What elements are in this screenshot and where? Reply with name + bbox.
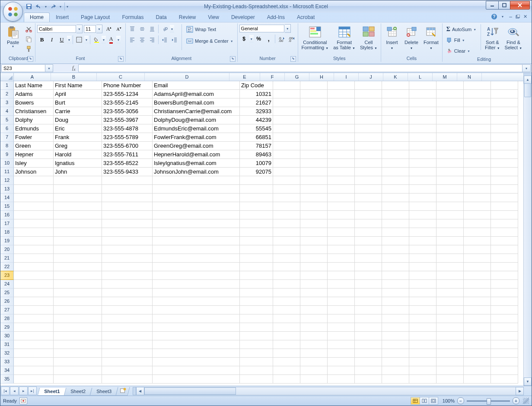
cell[interactable] (273, 254, 300, 263)
cell[interactable] (300, 228, 328, 237)
cell[interactable] (491, 150, 518, 159)
cell[interactable] (436, 289, 464, 297)
cell[interactable] (14, 323, 54, 332)
cell[interactable] (464, 254, 491, 263)
tab-insert[interactable]: Insert (50, 13, 75, 22)
cell[interactable]: John (54, 168, 102, 176)
cell[interactable]: Carrie (54, 107, 102, 116)
scroll-up-button[interactable]: ▲ (524, 76, 532, 84)
maximize-button[interactable] (498, 1, 510, 10)
merge-center-button[interactable]: aMerge & Center▼ (184, 36, 236, 46)
cell[interactable] (382, 366, 409, 375)
cell[interactable] (491, 116, 518, 124)
cell[interactable] (355, 366, 382, 375)
cell[interactable] (436, 98, 464, 107)
cell[interactable] (436, 358, 464, 366)
tab-data[interactable]: Data (150, 13, 172, 22)
cell[interactable] (102, 263, 153, 271)
cell[interactable] (491, 202, 518, 211)
cell[interactable] (409, 168, 436, 176)
cell[interactable]: Dolphy (14, 116, 54, 124)
borders-button[interactable] (74, 35, 84, 44)
macro-record-icon[interactable] (19, 397, 27, 404)
cell[interactable] (355, 263, 382, 271)
cell[interactable]: Zip Code (240, 81, 273, 90)
cell[interactable] (328, 340, 355, 349)
cell[interactable] (409, 254, 436, 263)
cell[interactable] (491, 263, 518, 271)
cell[interactable] (355, 142, 382, 150)
cell[interactable] (14, 314, 54, 323)
cell[interactable] (436, 168, 464, 176)
cell[interactable] (382, 150, 409, 159)
cell[interactable] (436, 176, 464, 185)
cell[interactable] (300, 297, 328, 306)
cell[interactable] (328, 306, 355, 314)
cell[interactable] (409, 219, 436, 228)
cell[interactable] (240, 289, 273, 297)
cell[interactable] (436, 185, 464, 193)
cell[interactable] (14, 289, 54, 297)
ribbon-restore-button[interactable] (516, 15, 520, 19)
cell[interactable] (102, 254, 153, 263)
cell[interactable] (102, 271, 153, 280)
shrink-font-button[interactable]: A▾ (114, 24, 124, 34)
cell[interactable] (491, 340, 518, 349)
page-layout-view-button[interactable] (420, 397, 429, 404)
cell[interactable] (355, 98, 382, 107)
cell[interactable] (14, 375, 54, 384)
cell[interactable] (464, 263, 491, 271)
cell[interactable] (355, 133, 382, 142)
cell[interactable] (273, 98, 300, 107)
cell[interactable] (382, 90, 409, 98)
cell[interactable] (54, 211, 102, 219)
cell[interactable] (382, 306, 409, 314)
cell[interactable] (436, 332, 464, 340)
cell[interactable]: GreenGreg@email.com (153, 142, 240, 150)
cell[interactable] (491, 314, 518, 323)
cell[interactable] (273, 314, 300, 323)
cell[interactable] (491, 375, 518, 384)
cell[interactable] (382, 81, 409, 90)
cell[interactable] (300, 142, 328, 150)
cell[interactable]: Christiansen (14, 107, 54, 116)
column-header[interactable]: M (433, 73, 457, 81)
cell[interactable] (464, 237, 491, 245)
row-header[interactable]: 35 (0, 375, 14, 384)
cell[interactable] (102, 237, 153, 245)
redo-button[interactable] (49, 2, 57, 11)
middle-align-button[interactable] (137, 24, 147, 34)
cell[interactable] (436, 271, 464, 280)
cell[interactable] (273, 332, 300, 340)
column-header[interactable]: C (97, 73, 145, 81)
cell[interactable] (240, 323, 273, 332)
cell[interactable] (409, 124, 436, 133)
cell[interactable] (355, 323, 382, 332)
format-painter-button[interactable] (24, 44, 33, 54)
column-header[interactable]: D (145, 73, 229, 81)
cell[interactable] (14, 237, 54, 245)
cell[interactable]: Green (14, 142, 54, 150)
fill-color-dropdown[interactable]: ▼ (102, 36, 106, 44)
cell[interactable] (409, 289, 436, 297)
row-header[interactable]: 32 (0, 349, 14, 358)
cell[interactable] (409, 314, 436, 323)
scroll-left-button[interactable]: ◀ (136, 387, 144, 395)
cell[interactable]: Doug (54, 116, 102, 124)
cell[interactable] (14, 297, 54, 306)
cell[interactable] (355, 159, 382, 168)
cell[interactable] (153, 211, 240, 219)
cell[interactable] (153, 245, 240, 254)
cell[interactable] (382, 349, 409, 358)
cell[interactable] (328, 98, 355, 107)
cell[interactable]: ChristiansenCarrie@email.com (153, 107, 240, 116)
zoom-in-button[interactable]: + (513, 397, 519, 404)
cell[interactable] (328, 280, 355, 289)
cell[interactable] (328, 237, 355, 245)
cell[interactable] (54, 289, 102, 297)
cell[interactable]: 10321 (240, 90, 273, 98)
cell[interactable] (240, 314, 273, 323)
cell[interactable] (240, 254, 273, 263)
cell[interactable] (382, 202, 409, 211)
cell[interactable] (464, 323, 491, 332)
